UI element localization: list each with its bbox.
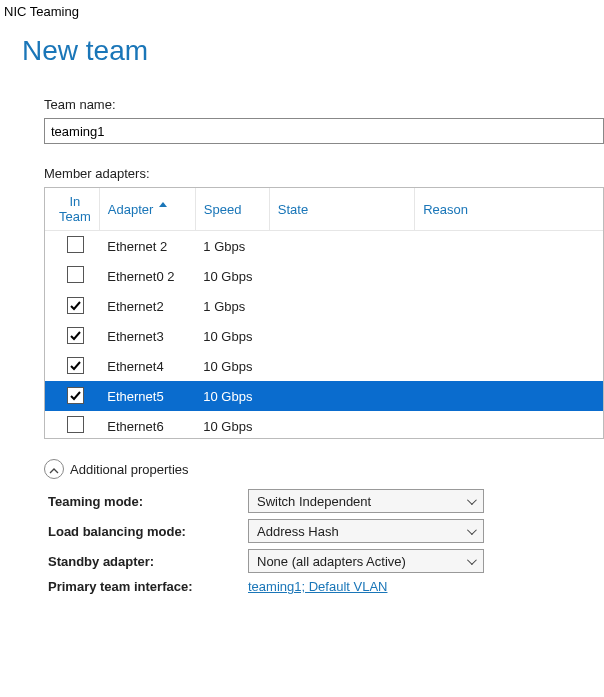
adapter-state-cell <box>269 291 414 321</box>
adapter-speed-cell: 1 Gbps <box>195 231 269 262</box>
in-team-checkbox[interactable] <box>67 357 84 374</box>
adapter-speed-cell: 10 Gbps <box>195 321 269 351</box>
adapter-speed-cell: 10 Gbps <box>195 411 269 439</box>
adapter-name-cell: Ethernet0 2 <box>99 261 195 291</box>
column-header-speed[interactable]: Speed <box>195 188 269 231</box>
in-team-checkbox[interactable] <box>67 297 84 314</box>
adapter-reason-cell <box>415 381 603 411</box>
table-row[interactable]: Ethernet610 Gbps <box>45 411 603 439</box>
adapter-name-cell: Ethernet3 <box>99 321 195 351</box>
table-row[interactable]: Ethernet21 Gbps <box>45 291 603 321</box>
adapter-name-cell: Ethernet5 <box>99 381 195 411</box>
table-row[interactable]: Ethernet410 Gbps <box>45 351 603 381</box>
team-name-label: Team name: <box>44 97 604 112</box>
load-balancing-dropdown[interactable]: Address Hash <box>248 519 484 543</box>
adapter-reason-cell <box>415 231 603 262</box>
teaming-mode-dropdown[interactable]: Switch Independent <box>248 489 484 513</box>
member-adapters-table: In Team Adapter Speed State Reason Ether… <box>44 187 604 439</box>
chevron-down-icon <box>463 494 477 508</box>
teaming-mode-value: Switch Independent <box>257 494 371 509</box>
adapter-reason-cell <box>415 321 603 351</box>
svg-marker-0 <box>159 202 167 207</box>
in-team-checkbox[interactable] <box>67 387 84 404</box>
adapter-state-cell <box>269 321 414 351</box>
adapter-state-cell <box>269 411 414 439</box>
in-team-checkbox[interactable] <box>67 416 84 433</box>
primary-team-interface-label: Primary team interface: <box>48 579 248 594</box>
in-team-checkbox[interactable] <box>67 327 84 344</box>
teaming-mode-label: Teaming mode: <box>48 494 248 509</box>
column-header-in-team[interactable]: In Team <box>45 188 99 231</box>
in-team-checkbox[interactable] <box>67 236 84 253</box>
adapter-speed-cell: 10 Gbps <box>195 381 269 411</box>
additional-properties-header: Additional properties <box>70 462 189 477</box>
team-name-input[interactable] <box>44 118 604 144</box>
sort-ascending-icon <box>159 202 167 207</box>
table-row[interactable]: Ethernet510 Gbps <box>45 381 603 411</box>
table-row[interactable]: Ethernet0 210 Gbps <box>45 261 603 291</box>
adapter-state-cell <box>269 261 414 291</box>
adapter-state-cell <box>269 231 414 262</box>
chevron-down-icon <box>463 524 477 538</box>
primary-team-interface-link[interactable]: teaming1; Default VLAN <box>248 579 387 594</box>
adapter-reason-cell <box>415 291 603 321</box>
member-adapters-label: Member adapters: <box>44 166 604 181</box>
chevron-up-icon <box>49 462 59 477</box>
adapter-reason-cell <box>415 261 603 291</box>
page-title: New team <box>22 35 604 67</box>
table-row[interactable]: Ethernet310 Gbps <box>45 321 603 351</box>
adapter-reason-cell <box>415 411 603 439</box>
column-header-state[interactable]: State <box>269 188 414 231</box>
standby-adapter-dropdown[interactable]: None (all adapters Active) <box>248 549 484 573</box>
expand-collapse-button[interactable] <box>44 459 64 479</box>
adapter-speed-cell: 1 Gbps <box>195 291 269 321</box>
column-header-reason[interactable]: Reason <box>415 188 603 231</box>
column-header-adapter-label: Adapter <box>108 202 154 217</box>
adapter-speed-cell: 10 Gbps <box>195 351 269 381</box>
adapter-speed-cell: 10 Gbps <box>195 261 269 291</box>
column-header-adapter[interactable]: Adapter <box>99 188 195 231</box>
load-balancing-label: Load balancing mode: <box>48 524 248 539</box>
load-balancing-value: Address Hash <box>257 524 339 539</box>
adapter-name-cell: Ethernet2 <box>99 291 195 321</box>
standby-adapter-label: Standby adapter: <box>48 554 248 569</box>
standby-adapter-value: None (all adapters Active) <box>257 554 406 569</box>
chevron-down-icon <box>463 554 477 568</box>
window-title: NIC Teaming <box>0 0 604 27</box>
in-team-checkbox[interactable] <box>67 266 84 283</box>
adapter-reason-cell <box>415 351 603 381</box>
table-row[interactable]: Ethernet 21 Gbps <box>45 231 603 262</box>
adapter-name-cell: Ethernet6 <box>99 411 195 439</box>
adapter-state-cell <box>269 381 414 411</box>
adapter-name-cell: Ethernet4 <box>99 351 195 381</box>
adapter-state-cell <box>269 351 414 381</box>
adapter-name-cell: Ethernet 2 <box>99 231 195 262</box>
